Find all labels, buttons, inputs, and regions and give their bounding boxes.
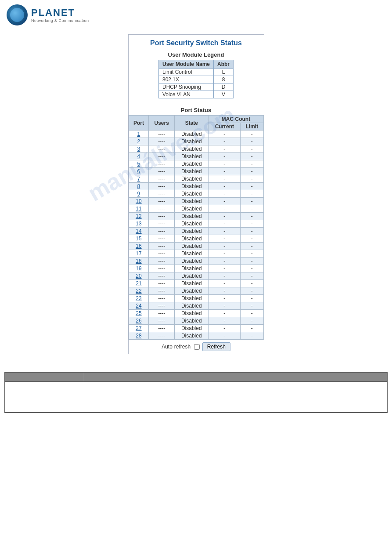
table-row: 12 ---- Disabled - - xyxy=(129,213,263,220)
port-number[interactable]: 5 xyxy=(129,160,149,168)
port-limit: - xyxy=(241,235,263,243)
port-state: Disabled xyxy=(175,131,209,138)
port-state: Disabled xyxy=(175,317,209,325)
panel: Port Security Switch Status User Module … xyxy=(128,34,264,354)
port-users: ---- xyxy=(149,250,175,258)
table-row: 19 ---- Disabled - - xyxy=(129,265,263,272)
port-number[interactable]: 10 xyxy=(129,198,149,205)
table-row: 22 ---- Disabled - - xyxy=(129,287,263,295)
refresh-button[interactable]: Refresh xyxy=(202,342,230,351)
port-state: Disabled xyxy=(175,168,209,175)
port-state: Disabled xyxy=(175,280,209,287)
port-limit: - xyxy=(241,310,263,317)
table-row: 21 ---- Disabled - - xyxy=(129,280,263,287)
port-number[interactable]: 3 xyxy=(129,145,149,153)
port-current: - xyxy=(209,160,241,168)
col-state: State xyxy=(175,116,209,131)
port-number[interactable]: 26 xyxy=(129,317,149,325)
port-limit: - xyxy=(241,190,263,198)
legend-name: DHCP Snooping xyxy=(158,83,213,91)
legend-abbr: V xyxy=(214,91,234,98)
col-limit: Limit xyxy=(241,123,263,131)
footer-row: Auto-refresh Refresh xyxy=(129,340,264,354)
port-users: ---- xyxy=(149,325,175,332)
port-current: - xyxy=(209,332,241,340)
auto-refresh-checkbox[interactable] xyxy=(194,344,200,350)
port-users: ---- xyxy=(149,258,175,265)
auto-refresh-label: Auto-refresh xyxy=(162,344,202,350)
port-state: Disabled xyxy=(175,272,209,280)
port-limit: - xyxy=(241,302,263,310)
port-current: - xyxy=(209,325,241,332)
bottom-col2 xyxy=(84,372,387,382)
port-number[interactable]: 6 xyxy=(129,168,149,175)
port-number[interactable]: 2 xyxy=(129,138,149,145)
port-users: ---- xyxy=(149,295,175,302)
port-limit: - xyxy=(241,131,263,138)
port-number[interactable]: 28 xyxy=(129,332,149,340)
port-number[interactable]: 19 xyxy=(129,265,149,272)
table-row: 9 ---- Disabled - - xyxy=(129,190,263,198)
port-current: - xyxy=(209,205,241,213)
port-current: - xyxy=(209,168,241,175)
port-current: - xyxy=(209,317,241,325)
port-number[interactable]: 1 xyxy=(129,131,149,138)
port-number[interactable]: 15 xyxy=(129,235,149,243)
port-section-title: Port Status xyxy=(129,105,264,115)
panel-title: Port Security Switch Status xyxy=(129,35,264,49)
port-limit: - xyxy=(241,160,263,168)
port-limit: - xyxy=(241,317,263,325)
legend-abbr: D xyxy=(214,83,234,91)
table-row: 1 ---- Disabled - - xyxy=(129,131,263,138)
port-state: Disabled xyxy=(175,175,209,183)
port-number[interactable]: 25 xyxy=(129,310,149,317)
port-number[interactable]: 21 xyxy=(129,280,149,287)
port-users: ---- xyxy=(149,302,175,310)
table-row: 7 ---- Disabled - - xyxy=(129,175,263,183)
port-number[interactable]: 11 xyxy=(129,205,149,213)
col-mac-count: MAC Count xyxy=(209,116,263,123)
port-users: ---- xyxy=(149,198,175,205)
legend-abbr: 8 xyxy=(214,76,234,83)
port-current: - xyxy=(209,220,241,228)
port-limit: - xyxy=(241,175,263,183)
port-number[interactable]: 18 xyxy=(129,258,149,265)
port-number[interactable]: 14 xyxy=(129,228,149,235)
port-number[interactable]: 23 xyxy=(129,295,149,302)
port-state: Disabled xyxy=(175,183,209,190)
port-state: Disabled xyxy=(175,198,209,205)
port-limit: - xyxy=(241,145,263,153)
port-current: - xyxy=(209,265,241,272)
port-number[interactable]: 9 xyxy=(129,190,149,198)
table-row: 16 ---- Disabled - - xyxy=(129,243,263,250)
port-current: - xyxy=(209,190,241,198)
port-limit: - xyxy=(241,258,263,265)
port-number[interactable]: 12 xyxy=(129,213,149,220)
port-number[interactable]: 27 xyxy=(129,325,149,332)
port-users: ---- xyxy=(149,220,175,228)
port-limit: - xyxy=(241,272,263,280)
port-state: Disabled xyxy=(175,310,209,317)
port-number[interactable]: 8 xyxy=(129,183,149,190)
port-limit: - xyxy=(241,287,263,295)
port-state: Disabled xyxy=(175,190,209,198)
port-limit: - xyxy=(241,213,263,220)
port-users: ---- xyxy=(149,168,175,175)
port-number[interactable]: 4 xyxy=(129,153,149,160)
port-current: - xyxy=(209,272,241,280)
table-row: 17 ---- Disabled - - xyxy=(129,250,263,258)
port-number[interactable]: 22 xyxy=(129,287,149,295)
port-number[interactable]: 16 xyxy=(129,243,149,250)
port-current: - xyxy=(209,258,241,265)
port-number[interactable]: 20 xyxy=(129,272,149,280)
table-row: 18 ---- Disabled - - xyxy=(129,258,263,265)
table-row: 15 ---- Disabled - - xyxy=(129,235,263,243)
port-users: ---- xyxy=(149,243,175,250)
logo-area: PLANET Networking & Communication xyxy=(0,0,392,30)
port-limit: - xyxy=(241,205,263,213)
port-number[interactable]: 24 xyxy=(129,302,149,310)
port-number[interactable]: 17 xyxy=(129,250,149,258)
port-limit: - xyxy=(241,138,263,145)
port-number[interactable]: 13 xyxy=(129,220,149,228)
port-number[interactable]: 7 xyxy=(129,175,149,183)
